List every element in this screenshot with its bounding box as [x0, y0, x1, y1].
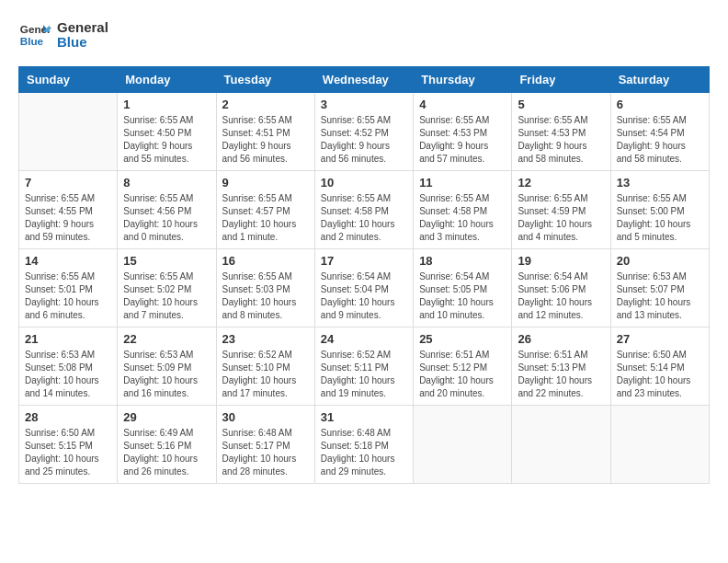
day-number: 19 [518, 254, 604, 268]
day-number: 15 [123, 254, 210, 268]
day-number: 14 [25, 254, 111, 268]
day-info: Sunrise: 6:53 AM Sunset: 5:07 PM Dayligh… [617, 270, 703, 322]
calendar-day-cell [610, 406, 709, 484]
day-number: 31 [321, 410, 407, 424]
day-info: Sunrise: 6:55 AM Sunset: 5:03 PM Dayligh… [222, 270, 309, 322]
calendar-day-cell: 14Sunrise: 6:55 AM Sunset: 5:01 PM Dayli… [19, 249, 118, 327]
calendar-day-cell: 22Sunrise: 6:53 AM Sunset: 5:09 PM Dayli… [118, 327, 216, 406]
weekday-header-cell: Monday [118, 67, 216, 93]
day-number: 12 [518, 176, 604, 190]
day-info: Sunrise: 6:55 AM Sunset: 4:58 PM Dayligh… [419, 192, 506, 244]
calendar-day-cell: 20Sunrise: 6:53 AM Sunset: 5:07 PM Dayli… [610, 249, 709, 327]
calendar-day-cell: 31Sunrise: 6:48 AM Sunset: 5:18 PM Dayli… [314, 406, 413, 484]
calendar-day-cell [414, 406, 512, 484]
page-header: General Blue General Blue [18, 18, 710, 52]
weekday-header-row: SundayMondayTuesdayWednesdayThursdayFrid… [19, 67, 710, 93]
day-info: Sunrise: 6:53 AM Sunset: 5:08 PM Dayligh… [25, 349, 111, 400]
weekday-header-cell: Friday [512, 67, 610, 93]
calendar-day-cell: 27Sunrise: 6:50 AM Sunset: 5:14 PM Dayli… [610, 327, 709, 406]
calendar-day-cell: 28Sunrise: 6:50 AM Sunset: 5:15 PM Dayli… [19, 406, 118, 484]
day-number: 25 [419, 332, 506, 346]
calendar-header: SundayMondayTuesdayWednesdayThursdayFrid… [19, 67, 710, 93]
day-number: 8 [123, 176, 210, 190]
weekday-header-cell: Wednesday [314, 67, 413, 93]
calendar-day-cell: 25Sunrise: 6:51 AM Sunset: 5:12 PM Dayli… [414, 327, 512, 406]
calendar-day-cell: 19Sunrise: 6:54 AM Sunset: 5:06 PM Dayli… [512, 249, 610, 327]
day-number: 28 [25, 410, 111, 424]
calendar-day-cell: 12Sunrise: 6:55 AM Sunset: 4:59 PM Dayli… [512, 171, 610, 249]
calendar-day-cell: 23Sunrise: 6:52 AM Sunset: 5:10 PM Dayli… [216, 327, 314, 406]
calendar-day-cell: 6Sunrise: 6:55 AM Sunset: 4:54 PM Daylig… [610, 93, 709, 171]
weekday-header-cell: Sunday [19, 67, 118, 93]
calendar-day-cell: 26Sunrise: 6:51 AM Sunset: 5:13 PM Dayli… [512, 327, 610, 406]
day-info: Sunrise: 6:55 AM Sunset: 4:54 PM Dayligh… [617, 114, 703, 166]
day-number: 27 [617, 332, 703, 346]
calendar-body: 1Sunrise: 6:55 AM Sunset: 4:50 PM Daylig… [19, 93, 710, 484]
logo: General Blue General Blue [18, 18, 108, 52]
calendar-day-cell: 9Sunrise: 6:55 AM Sunset: 4:57 PM Daylig… [216, 171, 314, 249]
calendar-day-cell: 2Sunrise: 6:55 AM Sunset: 4:51 PM Daylig… [216, 93, 314, 171]
weekday-header-cell: Thursday [414, 67, 512, 93]
day-number: 23 [222, 332, 309, 346]
day-info: Sunrise: 6:49 AM Sunset: 5:16 PM Dayligh… [123, 427, 210, 478]
day-number: 24 [321, 332, 407, 346]
day-info: Sunrise: 6:55 AM Sunset: 4:56 PM Dayligh… [123, 192, 210, 244]
calendar-day-cell: 7Sunrise: 6:55 AM Sunset: 4:55 PM Daylig… [19, 171, 118, 249]
day-number: 21 [25, 332, 111, 346]
day-info: Sunrise: 6:55 AM Sunset: 4:51 PM Dayligh… [222, 114, 309, 166]
calendar-day-cell: 15Sunrise: 6:55 AM Sunset: 5:02 PM Dayli… [118, 249, 216, 327]
day-info: Sunrise: 6:51 AM Sunset: 5:12 PM Dayligh… [419, 349, 506, 400]
day-number: 3 [321, 98, 407, 111]
day-info: Sunrise: 6:55 AM Sunset: 5:00 PM Dayligh… [617, 192, 703, 244]
calendar-day-cell: 13Sunrise: 6:55 AM Sunset: 5:00 PM Dayli… [610, 171, 709, 249]
day-number: 20 [617, 254, 703, 268]
day-number: 29 [123, 410, 210, 424]
day-info: Sunrise: 6:54 AM Sunset: 5:06 PM Dayligh… [518, 270, 604, 322]
day-number: 2 [222, 98, 309, 111]
day-info: Sunrise: 6:55 AM Sunset: 4:57 PM Dayligh… [222, 192, 309, 244]
day-number: 4 [419, 98, 506, 111]
day-info: Sunrise: 6:51 AM Sunset: 5:13 PM Dayligh… [518, 349, 604, 400]
day-info: Sunrise: 6:48 AM Sunset: 5:18 PM Dayligh… [321, 427, 407, 478]
calendar-day-cell: 16Sunrise: 6:55 AM Sunset: 5:03 PM Dayli… [216, 249, 314, 327]
calendar-day-cell: 30Sunrise: 6:48 AM Sunset: 5:17 PM Dayli… [216, 406, 314, 484]
day-info: Sunrise: 6:53 AM Sunset: 5:09 PM Dayligh… [123, 349, 210, 400]
day-info: Sunrise: 6:55 AM Sunset: 4:52 PM Dayligh… [321, 114, 407, 166]
day-number: 30 [222, 410, 309, 424]
day-number: 1 [123, 98, 210, 111]
weekday-header-cell: Tuesday [216, 67, 314, 93]
day-number: 26 [518, 332, 604, 346]
day-info: Sunrise: 6:52 AM Sunset: 5:11 PM Dayligh… [321, 349, 407, 400]
day-number: 9 [222, 176, 309, 190]
day-info: Sunrise: 6:50 AM Sunset: 5:14 PM Dayligh… [617, 349, 703, 400]
day-number: 6 [617, 98, 703, 111]
day-info: Sunrise: 6:50 AM Sunset: 5:15 PM Dayligh… [25, 427, 111, 478]
logo-icon: General Blue [18, 18, 51, 52]
calendar-week-row: 7Sunrise: 6:55 AM Sunset: 4:55 PM Daylig… [19, 171, 710, 249]
day-number: 16 [222, 254, 309, 268]
calendar-day-cell: 10Sunrise: 6:55 AM Sunset: 4:58 PM Dayli… [314, 171, 413, 249]
calendar-day-cell: 18Sunrise: 6:54 AM Sunset: 5:05 PM Dayli… [414, 249, 512, 327]
day-number: 11 [419, 176, 506, 190]
day-info: Sunrise: 6:52 AM Sunset: 5:10 PM Dayligh… [222, 349, 309, 400]
day-info: Sunrise: 6:55 AM Sunset: 4:53 PM Dayligh… [518, 114, 604, 166]
calendar-day-cell: 8Sunrise: 6:55 AM Sunset: 4:56 PM Daylig… [118, 171, 216, 249]
day-number: 17 [321, 254, 407, 268]
day-info: Sunrise: 6:55 AM Sunset: 4:58 PM Dayligh… [321, 192, 407, 244]
calendar-table: SundayMondayTuesdayWednesdayThursdayFrid… [18, 66, 710, 484]
weekday-header-cell: Saturday [610, 67, 709, 93]
calendar-day-cell: 17Sunrise: 6:54 AM Sunset: 5:04 PM Dayli… [314, 249, 413, 327]
logo-text-general: General [57, 20, 108, 36]
day-info: Sunrise: 6:55 AM Sunset: 4:55 PM Dayligh… [25, 192, 111, 244]
calendar-day-cell [19, 93, 118, 171]
day-number: 22 [123, 332, 210, 346]
logo-text-blue: Blue [57, 35, 108, 51]
calendar-week-row: 14Sunrise: 6:55 AM Sunset: 5:01 PM Dayli… [19, 249, 710, 327]
day-info: Sunrise: 6:55 AM Sunset: 4:50 PM Dayligh… [123, 114, 210, 166]
calendar-day-cell: 4Sunrise: 6:55 AM Sunset: 4:53 PM Daylig… [414, 93, 512, 171]
calendar-day-cell: 29Sunrise: 6:49 AM Sunset: 5:16 PM Dayli… [118, 406, 216, 484]
day-info: Sunrise: 6:55 AM Sunset: 4:53 PM Dayligh… [419, 114, 506, 166]
day-number: 7 [25, 176, 111, 190]
day-number: 18 [419, 254, 506, 268]
day-info: Sunrise: 6:54 AM Sunset: 5:04 PM Dayligh… [321, 270, 407, 322]
